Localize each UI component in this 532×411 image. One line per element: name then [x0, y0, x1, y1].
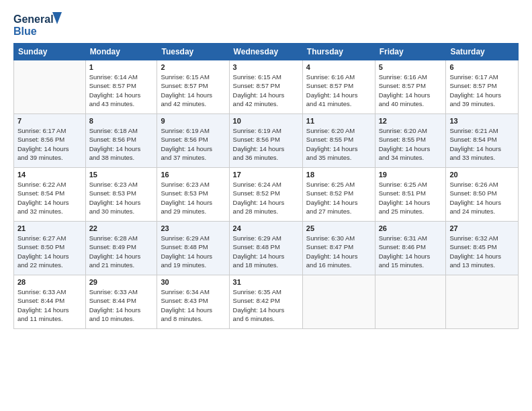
calendar-cell: 24Sunrise: 6:29 AMSunset: 8:48 PMDayligh…: [229, 222, 302, 275]
day-number: 23: [161, 224, 225, 232]
day-number: 4: [306, 63, 371, 71]
day-info: Sunrise: 6:19 AMSunset: 8:56 PMDaylight:…: [161, 126, 225, 162]
header-tuesday: Tuesday: [157, 44, 229, 60]
day-info: Sunrise: 6:33 AMSunset: 8:44 PMDaylight:…: [89, 287, 154, 323]
calendar-cell: 27Sunrise: 6:32 AMSunset: 8:45 PMDayligh…: [446, 222, 519, 275]
calendar-cell: 8Sunrise: 6:18 AMSunset: 8:56 PMDaylight…: [85, 114, 157, 168]
logo-icon: GeneralBlue: [13, 11, 67, 38]
day-info: Sunrise: 6:20 AMSunset: 8:55 PMDaylight:…: [379, 126, 443, 162]
calendar-week-2: 14Sunrise: 6:22 AMSunset: 8:54 PMDayligh…: [14, 168, 519, 222]
day-number: 16: [161, 171, 225, 179]
calendar-cell: 20Sunrise: 6:26 AMSunset: 8:50 PMDayligh…: [446, 168, 519, 222]
day-number: 26: [379, 224, 443, 232]
day-info: Sunrise: 6:27 AMSunset: 8:50 PMDaylight:…: [17, 234, 82, 269]
day-info: Sunrise: 6:30 AMSunset: 8:47 PMDaylight:…: [306, 234, 371, 269]
day-info: Sunrise: 6:23 AMSunset: 8:53 PMDaylight:…: [89, 180, 154, 216]
logo: GeneralBlue: [13, 11, 67, 38]
day-number: 2: [161, 63, 225, 71]
calendar-cell: 4Sunrise: 6:16 AMSunset: 8:57 PMDaylight…: [302, 60, 375, 114]
calendar-week-3: 21Sunrise: 6:27 AMSunset: 8:50 PMDayligh…: [14, 222, 519, 275]
calendar-cell: 10Sunrise: 6:19 AMSunset: 8:56 PMDayligh…: [229, 114, 302, 168]
calendar-cell: 21Sunrise: 6:27 AMSunset: 8:50 PMDayligh…: [14, 222, 86, 275]
day-info: Sunrise: 6:15 AMSunset: 8:57 PMDaylight:…: [161, 73, 225, 108]
day-info: Sunrise: 6:16 AMSunset: 8:57 PMDaylight:…: [306, 73, 371, 108]
calendar-cell: 19Sunrise: 6:25 AMSunset: 8:51 PMDayligh…: [375, 168, 446, 222]
calendar-cell: 22Sunrise: 6:28 AMSunset: 8:49 PMDayligh…: [85, 222, 157, 275]
day-info: Sunrise: 6:25 AMSunset: 8:51 PMDaylight:…: [379, 180, 443, 216]
day-number: 27: [449, 224, 515, 232]
day-number: 30: [161, 278, 225, 286]
day-info: Sunrise: 6:17 AMSunset: 8:57 PMDaylight:…: [449, 73, 515, 108]
calendar-week-4: 28Sunrise: 6:33 AMSunset: 8:44 PMDayligh…: [14, 275, 519, 329]
calendar-cell: 3Sunrise: 6:15 AMSunset: 8:57 PMDaylight…: [229, 60, 302, 114]
day-number: 11: [306, 117, 371, 125]
day-info: Sunrise: 6:18 AMSunset: 8:56 PMDaylight:…: [89, 126, 154, 162]
day-number: 22: [89, 224, 154, 232]
calendar-cell: 12Sunrise: 6:20 AMSunset: 8:55 PMDayligh…: [375, 114, 446, 168]
day-number: 29: [89, 278, 154, 286]
calendar-cell: 16Sunrise: 6:23 AMSunset: 8:53 PMDayligh…: [157, 168, 229, 222]
calendar-cell: 17Sunrise: 6:24 AMSunset: 8:52 PMDayligh…: [229, 168, 302, 222]
svg-text:General: General: [13, 13, 54, 25]
day-number: 21: [17, 224, 82, 232]
calendar-cell: 25Sunrise: 6:30 AMSunset: 8:47 PMDayligh…: [302, 222, 375, 275]
day-info: Sunrise: 6:29 AMSunset: 8:48 PMDaylight:…: [161, 234, 225, 269]
day-info: Sunrise: 6:19 AMSunset: 8:56 PMDaylight:…: [233, 126, 299, 162]
day-number: 12: [379, 117, 443, 125]
calendar-week-0: 1Sunrise: 6:14 AMSunset: 8:57 PMDaylight…: [14, 60, 519, 114]
day-info: Sunrise: 6:29 AMSunset: 8:48 PMDaylight:…: [233, 234, 299, 269]
day-info: Sunrise: 6:35 AMSunset: 8:42 PMDaylight:…: [233, 287, 299, 323]
day-number: 14: [17, 171, 82, 179]
calendar-cell: 26Sunrise: 6:31 AMSunset: 8:46 PMDayligh…: [375, 222, 446, 275]
calendar-cell: 31Sunrise: 6:35 AMSunset: 8:42 PMDayligh…: [229, 275, 302, 329]
day-info: Sunrise: 6:15 AMSunset: 8:57 PMDaylight:…: [233, 73, 299, 108]
calendar-cell: 23Sunrise: 6:29 AMSunset: 8:48 PMDayligh…: [157, 222, 229, 275]
calendar-cell: [446, 275, 519, 329]
calendar-cell: 11Sunrise: 6:20 AMSunset: 8:55 PMDayligh…: [302, 114, 375, 168]
header-friday: Friday: [375, 44, 446, 60]
calendar-cell: [375, 275, 446, 329]
day-number: 28: [17, 278, 82, 286]
calendar-cell: 15Sunrise: 6:23 AMSunset: 8:53 PMDayligh…: [85, 168, 157, 222]
day-number: 18: [306, 171, 371, 179]
day-info: Sunrise: 6:21 AMSunset: 8:54 PMDaylight:…: [449, 126, 515, 162]
day-number: 19: [379, 171, 443, 179]
calendar-cell: 9Sunrise: 6:19 AMSunset: 8:56 PMDaylight…: [157, 114, 229, 168]
day-info: Sunrise: 6:28 AMSunset: 8:49 PMDaylight:…: [89, 234, 154, 269]
calendar-cell: 30Sunrise: 6:34 AMSunset: 8:43 PMDayligh…: [157, 275, 229, 329]
day-number: 17: [233, 171, 299, 179]
calendar-cell: 1Sunrise: 6:14 AMSunset: 8:57 PMDaylight…: [85, 60, 157, 114]
calendar-cell: 14Sunrise: 6:22 AMSunset: 8:54 PMDayligh…: [14, 168, 86, 222]
calendar-cell: 6Sunrise: 6:17 AMSunset: 8:57 PMDaylight…: [446, 60, 519, 114]
day-number: 15: [89, 171, 154, 179]
calendar-cell: 13Sunrise: 6:21 AMSunset: 8:54 PMDayligh…: [446, 114, 519, 168]
calendar-header-row: SundayMondayTuesdayWednesdayThursdayFrid…: [14, 44, 519, 60]
page-header: GeneralBlue: [13, 11, 519, 38]
day-number: 24: [233, 224, 299, 232]
header-wednesday: Wednesday: [229, 44, 302, 60]
calendar-table: SundayMondayTuesdayWednesdayThursdayFrid…: [13, 43, 519, 329]
calendar-cell: [14, 60, 86, 114]
day-number: 7: [17, 117, 82, 125]
day-number: 13: [449, 117, 515, 125]
day-number: 6: [449, 63, 515, 71]
calendar-cell: 5Sunrise: 6:16 AMSunset: 8:57 PMDaylight…: [375, 60, 446, 114]
day-info: Sunrise: 6:14 AMSunset: 8:57 PMDaylight:…: [89, 73, 154, 108]
day-info: Sunrise: 6:20 AMSunset: 8:55 PMDaylight:…: [306, 126, 371, 162]
calendar-cell: [302, 275, 375, 329]
day-info: Sunrise: 6:17 AMSunset: 8:56 PMDaylight:…: [17, 126, 82, 162]
calendar-cell: 2Sunrise: 6:15 AMSunset: 8:57 PMDaylight…: [157, 60, 229, 114]
svg-text:Blue: Blue: [13, 26, 37, 37]
calendar-cell: 28Sunrise: 6:33 AMSunset: 8:44 PMDayligh…: [14, 275, 86, 329]
day-number: 9: [161, 117, 225, 125]
header-sunday: Sunday: [14, 44, 86, 60]
day-info: Sunrise: 6:26 AMSunset: 8:50 PMDaylight:…: [449, 180, 515, 216]
day-number: 20: [449, 171, 515, 179]
svg-marker-2: [52, 12, 62, 24]
header-saturday: Saturday: [446, 44, 519, 60]
day-info: Sunrise: 6:22 AMSunset: 8:54 PMDaylight:…: [17, 180, 82, 216]
day-info: Sunrise: 6:32 AMSunset: 8:45 PMDaylight:…: [449, 234, 515, 269]
day-number: 1: [89, 63, 154, 71]
header-monday: Monday: [85, 44, 157, 60]
day-info: Sunrise: 6:31 AMSunset: 8:46 PMDaylight:…: [379, 234, 443, 269]
